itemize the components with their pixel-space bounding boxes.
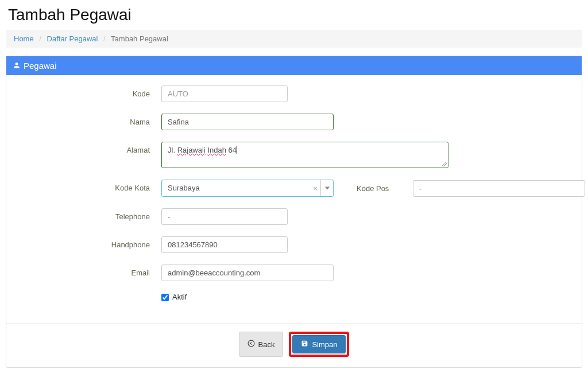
alamat-spellerr-1: Rajawali bbox=[177, 146, 206, 154]
breadcrumb-sep: / bbox=[103, 34, 106, 43]
label-alamat: Alamat bbox=[18, 142, 150, 154]
telephone-input[interactable] bbox=[161, 208, 288, 225]
page-title: Tambah Pegawai bbox=[8, 6, 582, 24]
back-arrow-icon bbox=[247, 340, 255, 349]
label-kode-pos: Kode Pos bbox=[357, 184, 403, 193]
form-body: Kode Nama Alamat Jl. Rajawali Indah 64 bbox=[6, 75, 582, 323]
svg-point-0 bbox=[248, 340, 254, 347]
user-icon bbox=[13, 61, 20, 71]
panel-header: Pegawai bbox=[6, 56, 582, 75]
label-email: Email bbox=[18, 265, 150, 277]
kode-kota-select[interactable]: Surabaya × bbox=[161, 180, 334, 197]
chevron-down-icon[interactable] bbox=[320, 180, 333, 196]
back-button-label: Back bbox=[258, 340, 275, 349]
breadcrumb: Home / Daftar Pegawai / Tambah Pegawai bbox=[6, 30, 582, 48]
resize-handle-icon[interactable] bbox=[442, 161, 447, 167]
nama-input[interactable] bbox=[161, 114, 334, 130]
alamat-text-part: 64 bbox=[226, 146, 237, 154]
aktif-checkbox[interactable] bbox=[161, 294, 169, 301]
email-input[interactable] bbox=[161, 265, 334, 281]
label-aktif: Aktif bbox=[172, 293, 187, 301]
kode-kota-selected: Surabaya bbox=[162, 180, 310, 196]
label-nama: Nama bbox=[18, 114, 150, 126]
label-kode-kota: Kode Kota bbox=[18, 180, 150, 192]
spacer bbox=[18, 293, 150, 297]
label-handphone: Handphone bbox=[18, 236, 150, 249]
text-caret bbox=[237, 146, 237, 154]
handphone-input[interactable] bbox=[161, 236, 288, 253]
alamat-text-part: Jl. bbox=[168, 146, 177, 154]
select-clear-icon[interactable]: × bbox=[310, 180, 320, 196]
breadcrumb-sep: / bbox=[39, 34, 41, 43]
save-icon bbox=[301, 340, 308, 349]
simpan-highlight: Simpan bbox=[289, 332, 349, 357]
panel-title: Pegawai bbox=[24, 61, 57, 71]
panel-pegawai: Pegawai Kode Nama Alamat Jl. Rajawali bbox=[6, 56, 582, 368]
aktif-checkbox-wrap[interactable]: Aktif bbox=[161, 293, 187, 301]
alamat-textarea[interactable]: Jl. Rajawali Indah 64 bbox=[161, 142, 448, 168]
breadcrumb-home[interactable]: Home bbox=[14, 34, 34, 43]
breadcrumb-current: Tambah Pegawai bbox=[111, 34, 168, 43]
back-button[interactable]: Back bbox=[239, 332, 284, 357]
panel-actions: Back Simpan bbox=[6, 323, 582, 367]
simpan-button-label: Simpan bbox=[312, 340, 337, 349]
kode-pos-input[interactable] bbox=[413, 180, 585, 197]
breadcrumb-daftar-pegawai[interactable]: Daftar Pegawai bbox=[47, 34, 98, 43]
simpan-button[interactable]: Simpan bbox=[292, 335, 346, 353]
alamat-spellerr-2: Indah bbox=[207, 146, 226, 154]
kode-input bbox=[161, 85, 288, 102]
label-telephone: Telephone bbox=[18, 208, 150, 221]
label-kode: Kode bbox=[18, 85, 150, 98]
